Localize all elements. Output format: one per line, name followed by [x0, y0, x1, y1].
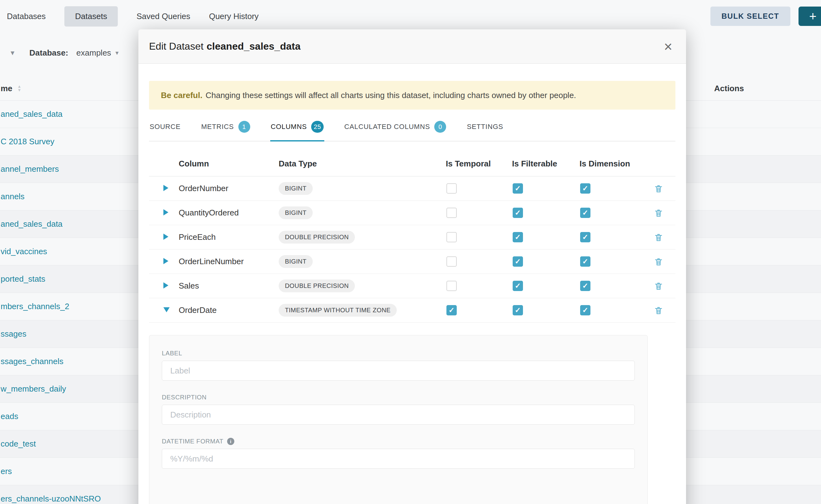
is-filterable-checkbox[interactable]	[513, 183, 523, 194]
is-temporal-checkbox[interactable]	[447, 208, 457, 218]
column-name: Sales	[179, 281, 279, 291]
is-dimension-checkbox[interactable]	[580, 232, 591, 242]
data-type-pill: DOUBLE PRECISION	[279, 279, 355, 292]
data-type-pill: BIGINT	[279, 206, 313, 219]
datetime-format-input[interactable]	[162, 449, 635, 469]
sort-icon[interactable]: ▲ ▼	[17, 85, 22, 92]
columns-count-badge: 25	[311, 121, 324, 133]
data-type-pill: DOUBLE PRECISION	[279, 231, 355, 244]
is-temporal-checkbox[interactable]	[447, 281, 457, 291]
tab-metrics[interactable]: METRICS 1	[200, 117, 251, 141]
expand-caret-icon[interactable]	[163, 185, 168, 191]
expand-caret-icon[interactable]	[163, 258, 168, 264]
is-temporal-checkbox[interactable]	[447, 183, 457, 194]
columns-table-header: Column Data Type Is Temporal Is Filterab…	[149, 141, 675, 176]
column-name: PriceEach	[179, 232, 279, 242]
tab-columns-label: COLUMNS	[271, 123, 307, 131]
tab-settings[interactable]: SETTINGS	[466, 117, 504, 141]
column-detail-panel: LABEL DESCRIPTION DATETIME FORMAT i	[149, 335, 648, 504]
column-row: QuantityOrdered BIGINT	[149, 201, 675, 225]
dataset-link[interactable]: ssages	[0, 329, 26, 339]
expand-caret-icon[interactable]	[163, 282, 168, 289]
add-dataset-button[interactable]: +	[799, 7, 821, 26]
nav-item-saved-queries[interactable]: Saved Queries	[136, 12, 190, 21]
plus-icon: +	[809, 9, 816, 23]
is-dimension-checkbox[interactable]	[580, 305, 591, 315]
is-temporal-checkbox[interactable]	[447, 256, 457, 267]
column-row: Sales DOUBLE PRECISION	[149, 274, 675, 298]
delete-column-icon[interactable]	[654, 208, 663, 218]
close-icon[interactable]: ×	[664, 39, 672, 54]
tab-metrics-label: METRICS	[201, 123, 234, 131]
nav-item-databases[interactable]: Databases	[7, 12, 46, 21]
is-dimension-checkbox[interactable]	[580, 256, 591, 267]
info-icon[interactable]: i	[227, 438, 234, 445]
tab-source[interactable]: SOURCE	[149, 117, 181, 141]
dataset-link[interactable]: vid_vaccines	[0, 247, 47, 256]
modal-title-dataset-name: cleaned_sales_data	[206, 41, 300, 52]
is-filterable-checkbox[interactable]	[513, 208, 523, 218]
dataset-link[interactable]: annel_members	[0, 164, 59, 174]
is-temporal-checkbox[interactable]	[447, 305, 457, 315]
dataset-link[interactable]: ers_channels-uzooNNtSRO	[0, 494, 101, 504]
delete-column-icon[interactable]	[654, 184, 663, 193]
dataset-link[interactable]: annels	[0, 192, 25, 201]
expand-caret-icon[interactable]	[163, 307, 170, 312]
tab-settings-label: SETTINGS	[467, 123, 503, 131]
dataset-link[interactable]: w_members_daily	[0, 384, 66, 394]
nav-item-query-history[interactable]: Query History	[209, 12, 259, 21]
column-row: OrderLineNumber BIGINT	[149, 250, 675, 274]
delete-column-icon[interactable]	[654, 306, 663, 315]
bulk-select-button[interactable]: BULK SELECT	[710, 7, 791, 26]
is-dimension-checkbox[interactable]	[580, 183, 591, 194]
edit-dataset-modal: Edit Datasetcleaned_sales_data × Be care…	[138, 29, 686, 504]
dataset-link[interactable]: aned_sales_data	[0, 109, 62, 119]
datetime-format-field-group: DATETIME FORMAT i	[162, 438, 635, 469]
metrics-count-badge: 1	[238, 121, 250, 133]
name-column-header[interactable]: me ▲ ▼	[1, 76, 21, 101]
column-name: OrderDate	[179, 305, 279, 315]
is-filterable-checkbox[interactable]	[513, 281, 523, 291]
column-name: OrderLineNumber	[179, 257, 279, 266]
tab-columns[interactable]: COLUMNS 25	[270, 117, 324, 141]
dataset-link[interactable]: ported_stats	[0, 274, 45, 284]
label-field-group: LABEL	[162, 350, 635, 381]
is-filterable-checkbox[interactable]	[513, 305, 523, 315]
dataset-link[interactable]: ers	[0, 467, 12, 476]
dataset-link[interactable]: eads	[0, 412, 18, 421]
delete-column-icon[interactable]	[654, 233, 663, 242]
dataset-link[interactable]: ssages_channels	[0, 357, 63, 366]
column-row: PriceEach DOUBLE PRECISION	[149, 225, 675, 250]
data-type-pill: BIGINT	[279, 182, 313, 195]
chevron-down-icon[interactable]: ▾	[116, 49, 119, 57]
modal-header: Edit Datasetcleaned_sales_data ×	[138, 29, 686, 64]
description-input[interactable]	[162, 405, 635, 425]
database-filter-label: Database:	[29, 48, 68, 58]
delete-column-icon[interactable]	[654, 257, 663, 266]
database-filter-value[interactable]: examples	[76, 48, 111, 58]
name-header-label: me	[1, 84, 12, 93]
expand-caret-icon[interactable]	[163, 234, 168, 240]
column-name: QuantityOrdered	[179, 208, 279, 218]
warning-bold-text: Be careful.	[161, 91, 202, 100]
is-dimension-checkbox[interactable]	[580, 208, 591, 218]
nav-item-datasets[interactable]: Datasets	[64, 6, 118, 27]
dataset-link[interactable]: code_test	[0, 439, 36, 449]
is-filterable-checkbox[interactable]	[513, 256, 523, 267]
chevron-down-icon[interactable]: ▾	[11, 48, 14, 57]
expand-caret-icon[interactable]	[163, 209, 168, 215]
is-dimension-checkbox[interactable]	[580, 281, 591, 291]
is-temporal-checkbox[interactable]	[447, 232, 457, 242]
dataset-link[interactable]: C 2018 Survey	[0, 137, 54, 146]
dataset-link[interactable]: mbers_channels_2	[0, 302, 69, 311]
label-field-label: LABEL	[162, 350, 635, 357]
is-filterable-checkbox[interactable]	[513, 232, 523, 242]
is-temporal-header: Is Temporal	[446, 159, 512, 169]
label-input[interactable]	[162, 361, 635, 381]
datetime-format-field-label: DATETIME FORMAT i	[162, 438, 635, 445]
delete-column-icon[interactable]	[654, 281, 663, 291]
modal-body: Be careful.Changing these settings will …	[138, 81, 686, 504]
tab-calculated-columns[interactable]: CALCULATED COLUMNS 0	[344, 117, 447, 141]
data-type-header: Data Type	[279, 159, 446, 169]
dataset-link[interactable]: aned_sales_data	[0, 219, 62, 229]
